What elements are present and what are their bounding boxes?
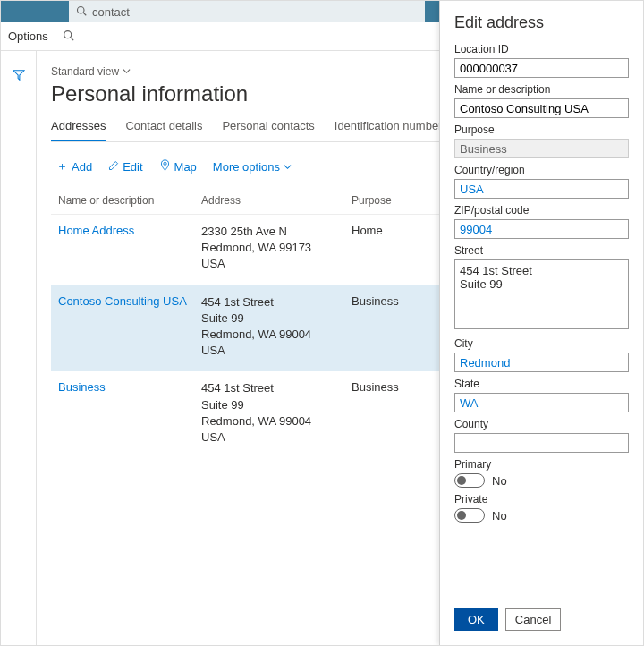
row-name-link[interactable]: Contoso Consulting USA: [58, 294, 187, 308]
map-icon: [159, 159, 171, 174]
search-icon[interactable]: [63, 30, 74, 44]
name-field[interactable]: [454, 98, 629, 118]
country-label: Country/region: [454, 164, 629, 176]
row-purpose: Business: [352, 380, 414, 446]
left-rail: [1, 51, 37, 645]
county-field[interactable]: [454, 433, 629, 453]
panel-title: Edit address: [454, 13, 629, 32]
primary-label: Primary: [454, 458, 629, 471]
col-address[interactable]: Address: [201, 194, 352, 207]
street-field[interactable]: 454 1st Street Suite 99: [454, 259, 629, 329]
private-value: No: [492, 509, 507, 523]
zip-label: ZIP/postal code: [454, 204, 629, 217]
chevron-down-icon: [284, 160, 292, 174]
svg-line-1: [83, 13, 86, 15]
more-options-label: More options: [213, 160, 280, 174]
private-toggle[interactable]: [454, 508, 485, 523]
city-label: City: [454, 337, 629, 350]
map-button[interactable]: Map: [159, 159, 197, 174]
row-purpose: Business: [352, 294, 414, 360]
panel-footer: OK Cancel: [454, 596, 629, 645]
state-label: State: [454, 378, 629, 390]
row-name-link[interactable]: Business: [58, 380, 106, 394]
row-address: 454 1st StreetSuite 99Redmond, WA 99004U…: [201, 380, 352, 446]
state-field[interactable]: [454, 393, 629, 412]
county-label: County: [454, 418, 629, 430]
add-label: Add: [72, 160, 92, 174]
more-options-button[interactable]: More options: [213, 160, 292, 174]
col-name[interactable]: Name or description: [58, 194, 201, 207]
row-name-link[interactable]: Home Address: [58, 224, 134, 237]
location-id-field[interactable]: [454, 58, 629, 78]
country-field[interactable]: [454, 179, 629, 199]
ok-button[interactable]: OK: [454, 608, 498, 631]
pencil-icon: [108, 160, 119, 174]
tab-identification-numbers[interactable]: Identification numbers: [335, 119, 448, 141]
primary-toggle[interactable]: [454, 473, 485, 488]
map-label: Map: [174, 160, 197, 174]
add-button[interactable]: ＋ Add: [56, 158, 92, 174]
svg-point-0: [78, 6, 85, 13]
svg-line-3: [71, 37, 73, 39]
primary-value: No: [492, 474, 507, 488]
private-label: Private: [454, 493, 629, 506]
name-label: Name or description: [454, 83, 629, 96]
street-label: Street: [454, 244, 629, 257]
col-purpose[interactable]: Purpose: [352, 194, 414, 207]
filter-icon[interactable]: [13, 70, 25, 84]
view-label: Standard view: [51, 65, 119, 78]
row-purpose: Home: [352, 224, 414, 273]
tab-contact-details[interactable]: Contact details: [125, 119, 202, 141]
edit-label: Edit: [123, 160, 142, 174]
chevron-down-icon: [123, 65, 131, 78]
zip-field[interactable]: [454, 219, 629, 239]
tab-personal-contacts[interactable]: Personal contacts: [222, 119, 314, 141]
search-icon: [76, 5, 87, 19]
row-address: 454 1st StreetSuite 99Redmond, WA 99004U…: [201, 294, 352, 360]
global-search-box[interactable]: [69, 1, 425, 22]
edit-button[interactable]: Edit: [108, 160, 142, 174]
options-menu[interactable]: Options: [8, 30, 48, 43]
location-id-label: Location ID: [454, 43, 629, 55]
city-field[interactable]: [454, 353, 629, 372]
svg-point-2: [64, 30, 71, 38]
purpose-field: [454, 139, 629, 158]
tab-addresses[interactable]: Addresses: [51, 119, 106, 141]
row-address: 2330 25th Ave NRedmond, WA 99173USA: [201, 224, 352, 273]
cancel-button[interactable]: Cancel: [505, 608, 561, 631]
purpose-label: Purpose: [454, 123, 629, 136]
edit-address-panel: Edit address Location ID Name or descrip…: [439, 1, 643, 645]
global-search-input[interactable]: [92, 5, 418, 19]
plus-icon: ＋: [56, 158, 68, 174]
